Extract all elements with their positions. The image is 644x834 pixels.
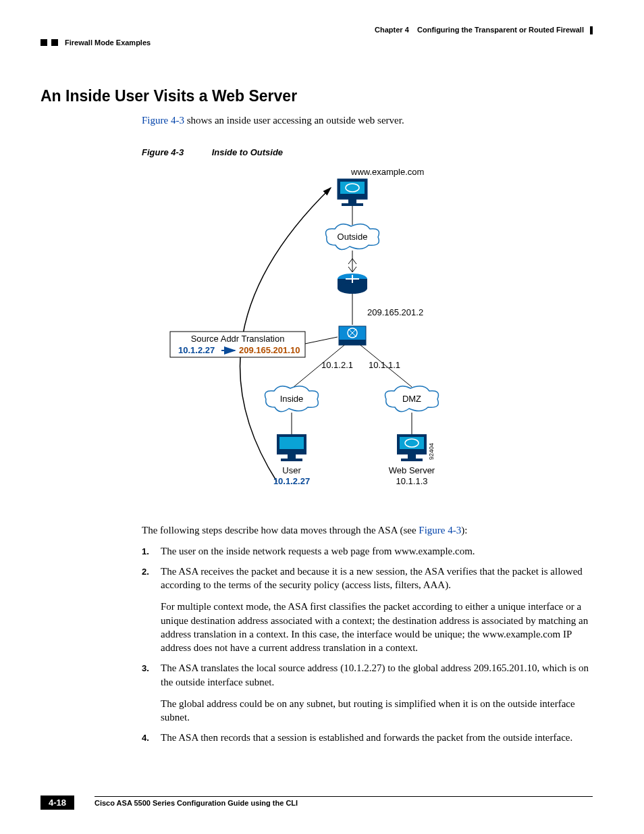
label-dmz: DMZ xyxy=(402,394,421,404)
page-footer: Cisco ASA 5500 Series Configuration Guid… xyxy=(41,796,593,807)
page-header: Chapter 4 Configuring the Transparent or… xyxy=(41,26,593,34)
list-item: 1. The user on the inside network reques… xyxy=(142,544,593,558)
label-nat-src: 10.1.2.27 xyxy=(178,345,215,355)
after-figure-pre: The following steps describe how data mo… xyxy=(142,525,419,536)
label-nat-dst: 209.165.201.10 xyxy=(239,345,300,355)
step-number: 3. xyxy=(142,661,161,724)
label-asa-dmz-ip: 10.1.1.1 xyxy=(369,360,400,370)
label-user: User xyxy=(282,465,301,475)
svg-rect-3 xyxy=(348,199,356,203)
step-text: The ASA receives the packet and because … xyxy=(161,565,593,655)
intro-rest: shows an inside user accessing an outsid… xyxy=(184,115,404,126)
svg-line-18 xyxy=(305,337,338,344)
svg-point-9 xyxy=(338,283,367,294)
intro-paragraph: Figure 4-3 shows an inside user accessin… xyxy=(142,113,593,127)
section-title: Firewall Mode Examples xyxy=(65,38,151,47)
label-nat-title: Source Addr Translation xyxy=(191,334,285,344)
header-square-icon xyxy=(41,39,47,46)
figure-link[interactable]: Figure 4-3 xyxy=(419,525,461,536)
list-item: 3. The ASA translates the local source a… xyxy=(142,661,593,724)
figure-link[interactable]: Figure 4-3 xyxy=(142,115,184,126)
label-asa-outside-ip: 209.165.201.2 xyxy=(367,307,423,317)
svg-rect-26 xyxy=(281,459,302,461)
figure-title: Inside to Outside xyxy=(212,147,283,157)
label-web-server-ip: 10.1.1.3 xyxy=(396,476,428,486)
chapter-label: Chapter 4 xyxy=(375,26,409,34)
list-item: 2. The ASA receives the packet and becau… xyxy=(142,565,593,655)
page-number: 4-18 xyxy=(41,796,74,810)
figure-number: Figure 4-3 xyxy=(142,147,209,157)
svg-rect-31 xyxy=(401,459,423,461)
svg-rect-30 xyxy=(408,454,416,459)
list-item: 4. The ASA then records that a session i… xyxy=(142,731,593,744)
chapter-title: Configuring the Transparent or Routed Fi… xyxy=(417,26,584,34)
svg-rect-4 xyxy=(342,203,363,206)
step-text: The ASA translates the local source addr… xyxy=(161,661,593,724)
steps-list: 1. The user on the inside network reques… xyxy=(142,544,593,745)
figure-caption: Figure 4-3 Inside to Outside xyxy=(142,147,593,157)
step-number: 4. xyxy=(142,731,161,744)
after-figure-paragraph: The following steps describe how data mo… xyxy=(142,523,593,537)
svg-rect-25 xyxy=(288,454,296,459)
svg-rect-15 xyxy=(339,340,366,345)
label-asa-inside-ip: 10.1.2.1 xyxy=(321,360,353,370)
step-number: 1. xyxy=(142,544,161,558)
heading-h2: An Inside User Visits a Web Server xyxy=(41,87,593,105)
label-web-host: www.example.com xyxy=(350,167,424,177)
label-user-ip: 10.1.2.27 xyxy=(273,476,310,486)
figure-diagram: www.example.com Outside xyxy=(142,164,593,511)
header-square-icon xyxy=(51,39,58,46)
label-inside: Inside xyxy=(280,394,304,404)
step-number: 2. xyxy=(142,565,161,655)
footer-title: Cisco ASA 5500 Series Configuration Guid… xyxy=(95,799,593,807)
step-text: The user on the inside network requests … xyxy=(161,544,593,558)
svg-rect-24 xyxy=(279,437,304,449)
label-diagram-id: 92404 xyxy=(428,443,435,460)
label-web-server: Web Server xyxy=(389,465,435,475)
label-outside: Outside xyxy=(338,232,368,242)
step-text: The ASA then records that a session is e… xyxy=(161,731,593,744)
after-figure-post: ): xyxy=(461,525,467,536)
page-header-left: Firewall Mode Examples xyxy=(41,38,593,47)
